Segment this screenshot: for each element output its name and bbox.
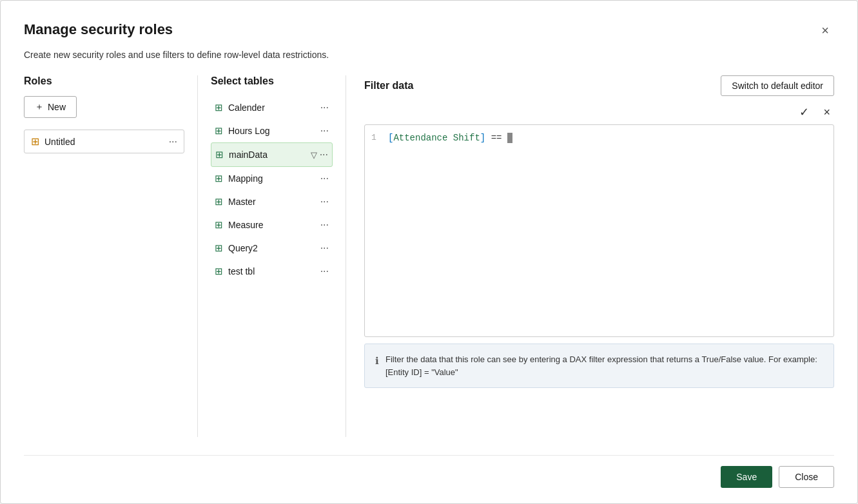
confirm-button[interactable]: ✓ — [795, 104, 813, 121]
columns-container: Roles ＋ New ⊞ Untitled ··· Select tables… — [24, 75, 834, 437]
table-item-calender[interactable]: ⊞ Calender ··· — [211, 96, 333, 119]
table-item-query2[interactable]: ⊞ Query2 ··· — [211, 237, 333, 260]
filter-panel-header: Filter data Switch to default editor — [364, 75, 834, 96]
table-grid-icon: ⊞ — [215, 149, 224, 160]
table-item-mapping[interactable]: ⊞ Mapping ··· — [211, 167, 333, 190]
table-ellipsis-master[interactable]: ··· — [320, 196, 329, 208]
filter-icon: ▽ — [311, 150, 317, 160]
footer-close-button[interactable]: Close — [779, 466, 834, 488]
roles-panel: Roles ＋ New ⊞ Untitled ··· — [24, 75, 198, 437]
cancel-filter-button[interactable]: × — [819, 104, 834, 121]
table-name: Hours Log — [228, 126, 270, 136]
new-role-button[interactable]: ＋ New — [24, 96, 77, 118]
line-number: 1 — [371, 133, 380, 142]
new-button-label: New — [48, 102, 66, 112]
table-grid-icon: ⊞ — [215, 173, 223, 184]
code-field: Attendance Shift — [393, 133, 480, 143]
table-item-maindata[interactable]: ⊞ mainData ▽ ··· — [211, 142, 333, 167]
code-content: [Attendance Shift] == — [388, 133, 512, 143]
table-name: Master — [228, 197, 256, 207]
filter-panel-title: Filter data — [364, 80, 413, 92]
table-ellipsis-test-tbl[interactable]: ··· — [320, 266, 329, 277]
table-name: Measure — [228, 220, 263, 230]
role-ellipsis-button[interactable]: ··· — [169, 136, 177, 148]
table-grid-icon: ⊞ — [215, 125, 223, 137]
tables-panel-header: Select tables — [211, 75, 333, 87]
table-grid-icon: ⊞ — [215, 219, 223, 231]
table-grid-icon: ⊞ — [215, 102, 223, 113]
role-item-untitled[interactable]: ⊞ Untitled ··· — [24, 130, 184, 153]
security-role-icon: ⊞ — [31, 135, 39, 148]
manage-security-roles-dialog: Manage security roles × Create new secur… — [0, 0, 858, 504]
info-text: Filter the data that this role can see b… — [385, 353, 823, 378]
table-name: Mapping — [228, 173, 263, 184]
roles-panel-header: Roles — [24, 75, 184, 87]
dialog-subtitle: Create new security roles and use filter… — [24, 50, 834, 60]
table-ellipsis-calender[interactable]: ··· — [320, 102, 329, 113]
table-item-master[interactable]: ⊞ Master ··· — [211, 190, 333, 213]
plus-icon: ＋ — [35, 101, 44, 113]
table-ellipsis-hours-log[interactable]: ··· — [320, 125, 329, 137]
cursor-indicator — [507, 133, 512, 143]
save-button[interactable]: Save — [721, 466, 772, 488]
table-grid-icon: ⊞ — [215, 196, 223, 208]
table-item-test-tbl[interactable]: ⊞ test tbl ··· — [211, 260, 333, 283]
table-grid-icon: ⊞ — [215, 242, 223, 254]
table-ellipsis-mapping[interactable]: ··· — [320, 173, 329, 184]
dialog-header: Manage security roles × — [24, 21, 834, 39]
table-ellipsis-measure[interactable]: ··· — [320, 219, 329, 231]
tables-panel: Select tables ⊞ Calender ··· ⊞ Hours Log… — [198, 75, 346, 437]
switch-editor-button[interactable]: Switch to default editor — [721, 75, 834, 96]
table-ellipsis-query2[interactable]: ··· — [320, 242, 329, 254]
role-name: Untitled — [44, 137, 75, 147]
dialog-close-button[interactable]: × — [816, 21, 834, 39]
table-name: mainData — [229, 150, 268, 160]
info-icon: ℹ — [375, 354, 379, 378]
code-bracket-close: ] — [480, 133, 485, 143]
dialog-footer: Save Close — [24, 455, 834, 488]
filter-toolbar: ✓ × — [364, 104, 834, 121]
table-ellipsis-maindata[interactable]: ··· — [320, 149, 328, 160]
dialog-title: Manage security roles — [24, 21, 173, 38]
table-name: Query2 — [228, 243, 258, 253]
table-name: Calender — [228, 102, 265, 113]
table-grid-icon: ⊞ — [215, 266, 223, 277]
table-item-measure[interactable]: ⊞ Measure ··· — [211, 213, 333, 237]
code-line-1: 1 [Attendance Shift] == — [371, 133, 827, 143]
table-name: test tbl — [228, 266, 255, 276]
info-box: ℹ Filter the data that this role can see… — [364, 344, 834, 388]
dax-code-editor[interactable]: 1 [Attendance Shift] == — [364, 124, 834, 337]
filter-panel: Filter data Switch to default editor ✓ ×… — [346, 75, 834, 437]
code-operator: == — [485, 133, 507, 143]
table-item-hours-log[interactable]: ⊞ Hours Log ··· — [211, 119, 333, 142]
